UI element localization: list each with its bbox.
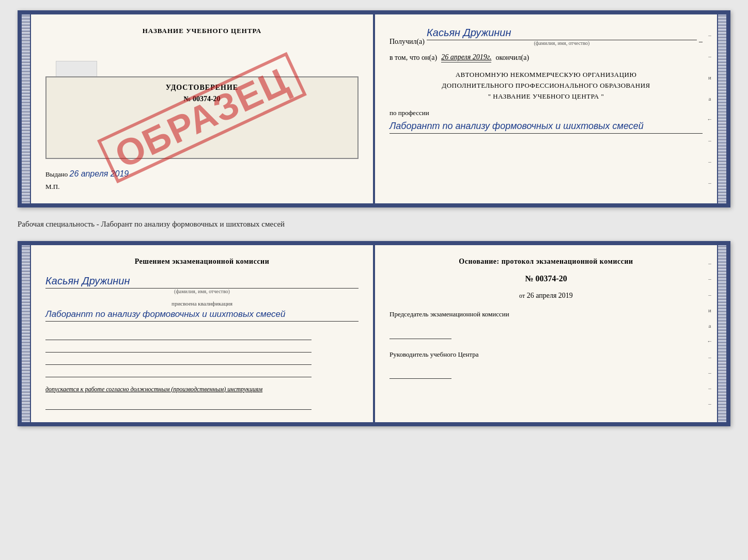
right-marks: – – и а ← – – –: [703, 14, 717, 203]
bottom-spine-right: [717, 245, 726, 422]
director-sig: [389, 370, 451, 379]
admission-text: допускается к работе согласно должностны…: [45, 386, 359, 393]
protocol-date-value: 26 апреля 2019: [527, 292, 573, 299]
person-sublabel: (фамилия, имя, отчество): [45, 289, 359, 294]
sig-line-5: [45, 401, 311, 410]
received-prefix: Получил(а): [389, 38, 425, 46]
bottom-left-panel: Решением экзаменационной комиссии Касьян…: [31, 245, 374, 422]
dash-sep: –: [699, 38, 703, 46]
bottom-document: Решением экзаменационной комиссии Касьян…: [18, 241, 730, 426]
protocol-date: от 26 апреля 2019: [389, 292, 703, 300]
middle-label: Рабочая специальность - Лаборант по анал…: [18, 216, 730, 233]
director-block: Руководитель учебного Центра: [389, 349, 703, 379]
issue-date-value: 26 апреля 2019: [70, 169, 129, 178]
spine-right: [717, 14, 726, 203]
issue-date: Выдано 26 апреля 2019: [45, 169, 359, 179]
top-left-panel: НАЗВАНИЕ УЧЕБНОГО ЦЕНТРА УДОСТОВЕРЕНИЕ №…: [31, 14, 374, 203]
issue-label: Выдано: [45, 170, 68, 178]
date-suffix: окончил(а): [495, 54, 529, 62]
obrazets-stamp: ОБРАЗЕЦ: [97, 52, 307, 184]
org-name-block: АВТОНОМНУЮ НЕКОММЕРЧЕСКУЮ ОРГАНИЗАЦИЮ ДО…: [389, 70, 703, 102]
cert-title: УДОСТОВЕРЕНИЕ: [55, 84, 349, 92]
person-name-bottom: Касьян Дружинин: [45, 275, 359, 289]
org-line2: ДОПОЛНИТЕЛЬНОГО ПРОФЕССИОНАЛЬНОГО ОБРАЗО…: [389, 81, 703, 91]
person-block: Касьян Дружинин (фамилия, имя, отчество): [45, 273, 359, 294]
received-sublabel: (фамилия, имя, отчество): [427, 40, 697, 46]
certificate-box: УДОСТОВЕРЕНИЕ № 00374-20 ОБРАЗЕЦ: [45, 76, 359, 159]
ot-label: от: [519, 292, 525, 299]
protocol-number: № 00374-20: [389, 274, 703, 283]
chairman-sig: [389, 330, 451, 339]
director-title: Руководитель учебного Центра: [389, 349, 703, 360]
spine-left: [22, 14, 31, 203]
basis-title: Основание: протокол экзаменационной коми…: [389, 258, 703, 266]
date-prefix: в том, что он(а): [389, 54, 437, 62]
profession-prefix: по профессии: [389, 109, 429, 117]
cert-number: № 00374-20: [55, 95, 349, 103]
mp-line: М.П.: [45, 183, 359, 191]
sig-line-2: [45, 343, 311, 353]
qual-label: присвоена квалификация: [45, 300, 359, 307]
bottom-right-marks: – – – и а ← – – – –: [703, 245, 717, 422]
org-line3: " НАЗВАНИЕ УЧЕБНОГО ЦЕНТРА ": [389, 91, 703, 102]
chairman-title: Председатель экзаменационной комиссии: [389, 309, 703, 319]
profession-value: Лаборанпт по анализу формовочных и шихто…: [389, 119, 703, 134]
bottom-spine-left: [22, 245, 31, 422]
top-right-panel: Получил(а) Касьян Дружинин (фамилия, имя…: [375, 14, 717, 203]
sig-line-3: [45, 356, 311, 365]
date-value: 26 апреля 2019г.: [441, 53, 491, 62]
bottom-right-panel: Основание: протокол экзаменационной коми…: [375, 245, 717, 422]
signature-lines: [45, 331, 359, 377]
org-line1: АВТОНОМНУЮ НЕКОММЕРЧЕСКУЮ ОРГАНИЗАЦИЮ: [389, 70, 703, 81]
qualification-block: присвоена квалификация Лаборанпт по анал…: [45, 299, 359, 322]
top-document: НАЗВАНИЕ УЧЕБНОГО ЦЕНТРА УДОСТОВЕРЕНИЕ №…: [18, 10, 730, 207]
chairman-block: Председатель экзаменационной комиссии: [389, 309, 703, 339]
sig-line-1: [45, 331, 311, 340]
received-name: Касьян Дружинин: [427, 27, 697, 40]
qual-value: Лаборанпт по анализу формовочных и шихто…: [45, 308, 359, 322]
date-line: в том, что он(а) 26 апреля 2019г. окончи…: [389, 53, 703, 62]
sig-line-4: [45, 368, 311, 377]
decision-title: Решением экзаменационной комиссии: [45, 258, 359, 266]
received-line: Получил(а) Касьян Дружинин (фамилия, имя…: [389, 27, 703, 46]
school-name-top: НАЗВАНИЕ УЧЕБНОГО ЦЕНТРА: [45, 27, 359, 35]
profession-line: по профессии Лаборанпт по анализу формов…: [389, 109, 703, 134]
